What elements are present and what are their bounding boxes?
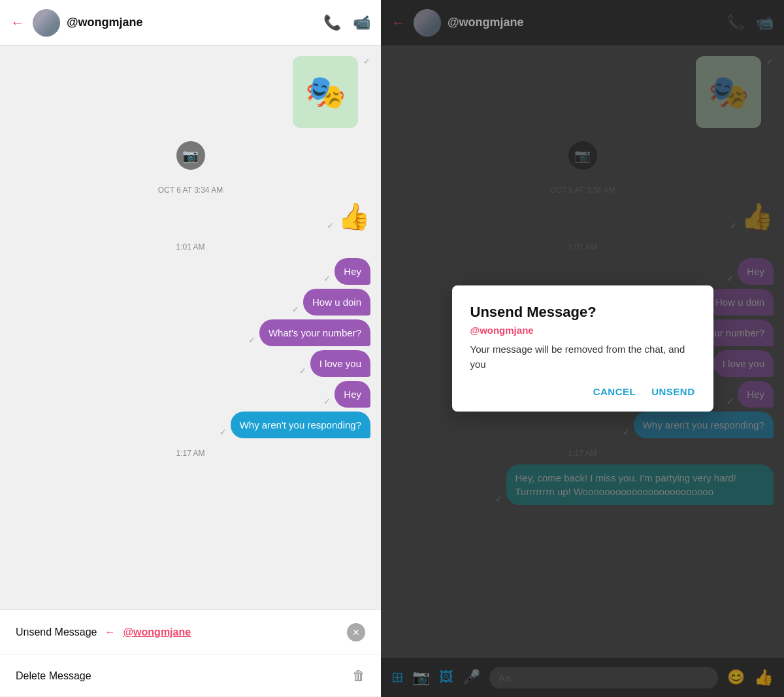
modal-overlay: Unsend Message? @wongmjane Your message … [381,0,784,697]
bubble-hey-1: Hey [335,258,370,285]
right-panel: ← @wongmjane 📞 📹 🎭 ✓ 📷 OCT 6 AT 3:34 AM … [381,0,784,697]
chat-area-left: 🎭 ✓ 📷 OCT 6 AT 3:34 AM ✓ 👍 1:01 AM ✓ Hey… [0,46,381,609]
trash-icon: 🗑 [352,668,365,683]
modal-username: @wongmjane [470,325,695,336]
check-icon-sticker: ✓ [363,56,370,66]
delete-label: Delete Message [16,670,91,682]
sticker-image: 🎭 [293,56,358,128]
thumbs-up-emoji: 👍 [338,201,370,232]
unsend-arrow-icon: ← [105,626,116,638]
bubble-row-1: ✓ Hey [10,258,370,285]
check-1: ✓ [323,274,331,284]
check-3: ✓ [248,335,255,345]
check-5: ✓ [323,397,331,406]
avatar-left [33,9,60,37]
check-icon-1: ✓ [327,221,334,231]
unsend-label: Unsend Message [16,626,97,638]
modal-title: Unsend Message? [470,304,695,321]
bubble-hey-2: Hey [335,381,370,408]
bubble-row-3: ✓ What's your number? [10,319,370,346]
cancel-button[interactable]: CANCEL [593,386,636,397]
camera-float: 📷 [10,141,370,170]
back-button-left[interactable]: ← [10,14,25,31]
sticker-area: 🎭 ✓ [10,56,370,128]
timestamp-oct6: OCT 6 AT 3:34 AM [10,186,370,195]
timestamp-1am: 1:01 AM [10,242,370,251]
bubble-row-thumbsup: ✓ 👍 [10,201,370,232]
bubble-row-6: ✓ Why aren't you responding? [10,412,370,438]
header-icons-left: 📞 📹 [323,14,370,31]
bottom-sheet: Unsend Message ← @wongmjane ✕ Delete Mes… [0,609,381,697]
camera-icon[interactable]: 📷 [176,141,205,170]
bubble-love: I love you [310,350,370,377]
bubble-row-5: ✓ Hey [10,381,370,408]
left-panel: ← @wongmjane 📞 📹 🎭 ✓ 📷 OCT 6 AT 3:34 AM … [0,0,381,697]
unsend-button[interactable]: UNSEND [651,386,694,397]
check-6: ✓ [220,427,227,437]
username-left: @wongmjane [67,16,323,29]
check-2: ✓ [292,304,299,314]
close-circle-icon[interactable]: ✕ [347,623,365,641]
modal-body: Your message will be removed from the ch… [470,342,695,372]
unsend-item-left: Unsend Message ← @wongmjane [16,626,191,638]
phone-icon-left[interactable]: 📞 [323,14,341,31]
unsend-modal: Unsend Message? @wongmjane Your message … [452,285,713,412]
bubble-row-4: ✓ I love you [10,350,370,377]
unsend-username: @wongmjane [123,626,191,638]
bubble-responding: Why aren't you responding? [231,412,370,438]
bubble-number: What's your number? [259,319,370,346]
left-header: ← @wongmjane 📞 📹 [0,0,381,46]
modal-actions: CANCEL UNSEND [470,386,695,397]
check-4: ✓ [299,366,306,376]
delete-message-item[interactable]: Delete Message 🗑 [0,655,381,697]
unsend-message-item[interactable]: Unsend Message ← @wongmjane ✕ [0,610,381,655]
video-icon-left[interactable]: 📹 [353,14,370,31]
bubble-row-2: ✓ How u doin [10,289,370,316]
bubble-doin: How u doin [303,289,370,316]
timestamp-117am: 1:17 AM [10,449,370,458]
